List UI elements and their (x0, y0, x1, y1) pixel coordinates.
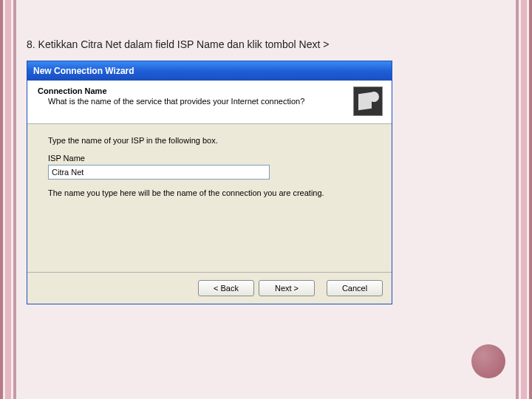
cancel-button[interactable]: Cancel (327, 280, 383, 296)
isp-name-input[interactable] (48, 165, 270, 180)
isp-name-label: ISP Name (48, 154, 371, 163)
wizard-prompt: Type the name of your ISP in the followi… (48, 136, 371, 145)
wizard-footer: < Back Next > Cancel (27, 272, 392, 304)
decor-stripes-right (516, 0, 532, 399)
next-button[interactable]: Next > (259, 280, 315, 296)
wizard-header-subtitle: What is the name of the service that pro… (38, 97, 347, 106)
slide-instruction: 8. Ketikkan Citra Net dalam field ISP Na… (27, 38, 505, 50)
window-title: New Connection Wizard (33, 66, 134, 76)
decor-bullet (471, 344, 505, 378)
decor-stripes-left (0, 0, 16, 399)
window-titlebar: New Connection Wizard (27, 61, 392, 81)
wizard-note: The name you type here will be the name … (48, 188, 371, 197)
wizard-body: Type the name of your ISP in the followi… (27, 124, 392, 272)
connection-icon (353, 86, 383, 116)
wizard-header-title: Connection Name (38, 86, 347, 95)
connection-wizard-window: New Connection Wizard Connection Name Wh… (27, 61, 392, 304)
wizard-header: Connection Name What is the name of the … (27, 81, 392, 124)
back-button[interactable]: < Back (198, 280, 254, 296)
